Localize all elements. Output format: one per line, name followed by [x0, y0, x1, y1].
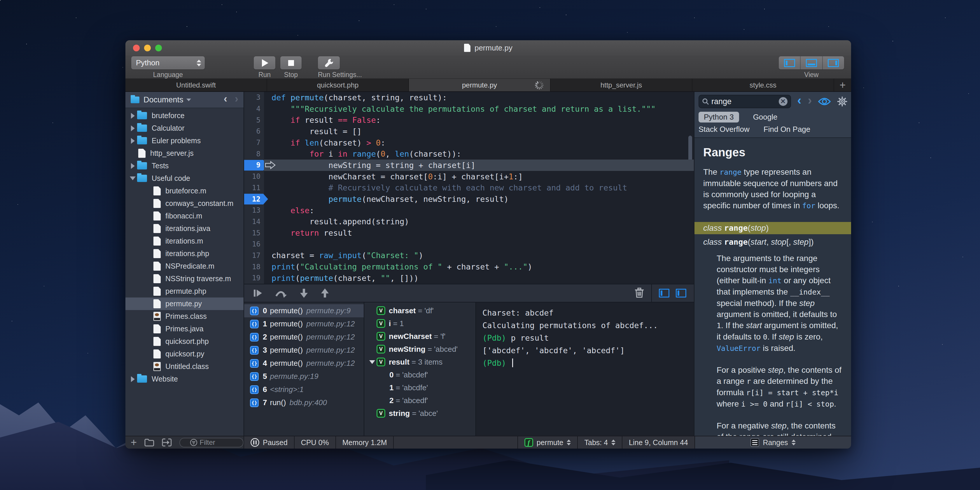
stack-frame[interactable]: {}6<string>:1 [244, 383, 364, 396]
disclosure-right-icon[interactable] [128, 113, 137, 119]
disclosure-down-icon[interactable] [368, 360, 377, 364]
sidebar-header[interactable]: Documents ‹ › [126, 92, 243, 108]
file-tree-item[interactable]: Website [126, 373, 243, 385]
file-tree-item[interactable]: Primes.java [126, 323, 243, 335]
close-button[interactable] [133, 45, 140, 51]
stack-frame[interactable]: {}1permute()permute.py:12 [244, 317, 364, 331]
view-left-panel-button[interactable] [779, 56, 800, 69]
disclosure-right-icon[interactable] [128, 163, 137, 169]
file-tree-item[interactable]: Useful code [126, 172, 243, 185]
file-tree-item[interactable]: NSString traverse.m [126, 272, 243, 285]
title-bar[interactable]: permute.py [126, 40, 851, 56]
nav-back-button[interactable]: ‹ [224, 94, 227, 104]
doc-back-button[interactable]: ‹ [797, 94, 802, 107]
code-line[interactable]: 10 newCharset = charset[0:i] + charset[i… [244, 171, 694, 182]
file-tree-item[interactable]: iterations.php [126, 247, 243, 260]
code-line[interactable]: 15 return result [244, 227, 694, 239]
disclosure-right-icon[interactable] [128, 376, 137, 382]
code-line[interactable]: 4 """Recursively calculate the permutati… [244, 103, 694, 115]
variable-row[interactable]: Vresult = 3 items [364, 356, 476, 368]
clear-search-button[interactable]: ✕ [779, 97, 788, 106]
tab-http_server.js[interactable]: http_server.js [550, 79, 692, 91]
eye-icon[interactable] [818, 97, 831, 106]
code-line[interactable]: 19print(permute(charset, "", [])) [244, 272, 694, 284]
file-tree-item[interactable]: fibonacci.m [126, 210, 243, 222]
code-line[interactable]: 12 permute(newCharset, newString, result… [244, 193, 694, 205]
step-in-button[interactable] [299, 288, 308, 298]
code-line[interactable]: 7 if len(charset) > 0: [244, 137, 694, 148]
toggle-pane-left-button[interactable] [659, 289, 670, 298]
variable-row[interactable]: Vcharset = 'df' [364, 304, 476, 317]
nav-forward-button[interactable]: › [235, 94, 238, 104]
code-line[interactable]: 9 newString = string + charset[i] [244, 159, 694, 171]
doc-forward-button[interactable]: › [808, 94, 812, 107]
variable-row[interactable]: 0 = 'abcdef' [364, 368, 476, 381]
tab-permute.py[interactable]: permute.py [409, 79, 550, 91]
variable-row[interactable]: Vi = 1 [364, 317, 476, 330]
doc-search-input[interactable]: range ✕ [698, 95, 791, 108]
file-tree-item[interactable]: http_server.js [126, 147, 243, 159]
gear-icon[interactable] [837, 96, 848, 107]
code-line[interactable]: 8 for i in range(0, len(charset)): [244, 148, 694, 159]
new-folder-button[interactable] [145, 438, 154, 447]
file-tree-item[interactable]: Calculator [126, 122, 243, 134]
stack-frame[interactable]: {}4permute()permute.py:12 [244, 357, 364, 370]
run-settings-button[interactable] [318, 56, 340, 69]
code-line[interactable]: 6 result = [] [244, 126, 694, 137]
code-line[interactable]: 3def permute(charset, string, result): [244, 92, 694, 103]
variable-row[interactable]: VnewCharset = 'f' [364, 330, 476, 343]
file-tree-item[interactable]: Euler problems [126, 134, 243, 147]
file-tree-item[interactable]: permute.py [126, 298, 243, 310]
code-line[interactable]: 18print("Calculating permutations of " +… [244, 261, 694, 272]
file-tree-item[interactable]: permute.php [126, 285, 243, 298]
variable-row[interactable]: Vstring = 'abce' [364, 407, 476, 420]
export-button[interactable] [162, 438, 172, 447]
code-line[interactable]: 11 # Recursively calculate with each new… [244, 182, 694, 194]
file-tree-item[interactable]: iterations.m [126, 235, 243, 247]
file-tree-item[interactable]: bruteforce.m [126, 185, 243, 197]
doc-source-find-on-page[interactable]: Find On Page [764, 125, 810, 134]
variable-row[interactable]: 1 = 'abcdfe' [364, 381, 476, 394]
doc-source-google[interactable]: Google [753, 113, 778, 122]
code-line[interactable]: 17charset = raw_input("Charset: ") [244, 250, 694, 261]
file-tree-item[interactable]: Untitled.class [126, 360, 243, 373]
run-button[interactable] [254, 56, 275, 69]
file-tree-item[interactable]: quicksort.py [126, 348, 243, 360]
file-tree-item[interactable]: bruteforce [126, 110, 243, 122]
stack-frame[interactable]: {}2permute()permute.py:12 [244, 331, 364, 344]
add-file-button[interactable]: + [130, 436, 137, 449]
tab-Untitled.swift[interactable]: Untitled.swift [126, 79, 267, 91]
file-tree-item[interactable]: quicksort.php [126, 335, 243, 348]
disclosure-down-icon[interactable] [128, 177, 137, 180]
view-right-panel-button[interactable] [822, 56, 844, 69]
disclosure-right-icon[interactable] [128, 126, 137, 131]
disclosure-right-icon[interactable] [128, 138, 137, 144]
stack-frame[interactable]: {}5permute.py:19 [244, 370, 364, 383]
file-tree-item[interactable]: NSPredicate.m [126, 260, 243, 272]
stack-frame[interactable]: {}7run()bdb.py:400 [244, 396, 364, 409]
minimize-button[interactable] [144, 45, 151, 51]
file-tree-item[interactable]: Primes.class [126, 310, 243, 323]
zoom-button[interactable] [155, 45, 162, 51]
filter-input[interactable]: Filter [180, 438, 243, 447]
code-line[interactable]: 14 result.append(string) [244, 216, 694, 228]
file-tree-item[interactable]: Tests [126, 159, 243, 172]
language-dropdown[interactable]: Python [131, 56, 205, 69]
clear-console-button[interactable] [635, 287, 644, 299]
continue-button[interactable] [253, 288, 263, 298]
step-over-button[interactable] [275, 288, 287, 298]
step-out-button[interactable] [321, 288, 329, 298]
view-bottom-panel-button[interactable] [800, 56, 822, 69]
stack-frame[interactable]: {}0permute()permute.py:9 [244, 304, 364, 317]
doc-source-stack-overflow[interactable]: Stack Overflow [698, 125, 749, 134]
variable-row[interactable]: 2 = 'abcedf' [364, 394, 476, 407]
stop-button[interactable] [280, 56, 302, 69]
tab-style.css[interactable]: style.css [692, 79, 834, 91]
doc-panel-footer[interactable]: Ranges [694, 436, 851, 449]
file-tree-item[interactable]: conways_constant.m [126, 197, 243, 210]
file-tree-item[interactable]: iterations.java [126, 222, 243, 235]
debug-console[interactable]: Charset: abcdefCalculating permutations … [476, 302, 694, 436]
doc-source-python-3[interactable]: Python 3 [698, 112, 739, 123]
new-tab-button[interactable]: + [834, 79, 851, 91]
code-line[interactable]: 5 if result == False: [244, 115, 694, 126]
